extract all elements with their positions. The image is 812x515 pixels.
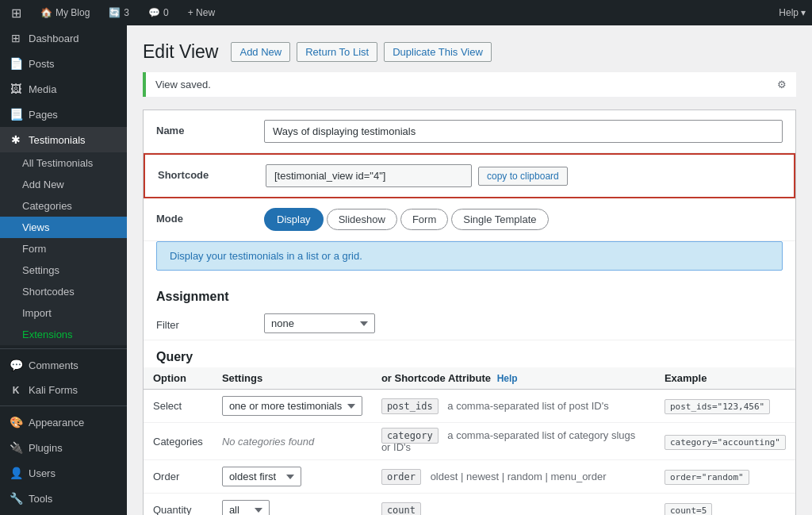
help-link[interactable]: Help	[497, 373, 518, 384]
mode-form-option[interactable]: Form	[400, 209, 448, 230]
row-quantity-shortcode: count	[372, 494, 655, 516]
query-section-header: Query	[144, 340, 795, 367]
filter-row: Filter none	[144, 307, 795, 340]
comments-count: 0	[163, 7, 169, 18]
page-header: Edit View Add New Return To List Duplica…	[143, 41, 796, 63]
settings-label: Settings	[22, 264, 59, 276]
duplicate-view-button[interactable]: Duplicate This View	[384, 42, 492, 62]
mode-display-option[interactable]: Display	[264, 208, 324, 231]
name-row: Name	[144, 110, 795, 153]
sidebar-item-kali-forms[interactable]: K Kali Forms	[0, 378, 127, 402]
row-categories-settings: No categories found	[213, 423, 372, 460]
sidebar-item-extensions[interactable]: Extensions	[0, 324, 127, 345]
table-row: Categories No categories found category …	[144, 423, 795, 460]
name-input[interactable]	[264, 120, 783, 143]
sidebar-item-testimonials[interactable]: ✱ Testimonials	[0, 127, 127, 152]
sidebar-item-media[interactable]: 🖼 Media	[0, 76, 127, 102]
row-quantity-example: count=5	[655, 494, 795, 516]
post-ids-badge: post_ids	[381, 398, 439, 414]
extensions-label: Extensions	[22, 329, 73, 340]
mode-single-template-option[interactable]: Single Template	[451, 209, 548, 230]
sidebar-item-comments[interactable]: 💬 Comments	[0, 352, 127, 378]
sidebar-item-shortcodes[interactable]: Shortcodes	[0, 281, 127, 302]
info-bar: Display your testimonials in a list or a…	[156, 241, 783, 271]
layout: ⊞ Dashboard 📄 Posts 🖼 Media 📃 Pages ✱ Te…	[0, 25, 812, 515]
row-select-option: Select	[144, 390, 213, 423]
sidebar-divider-1	[0, 348, 127, 349]
order-desc: oldest | newest | random | menu_order	[431, 471, 607, 482]
sidebar-label-testimonials: Testimonials	[29, 134, 86, 146]
order-select[interactable]: oldest first	[222, 467, 301, 486]
new-item[interactable]: + New	[183, 0, 220, 25]
assignment-section-header: Assignment	[144, 280, 795, 307]
updates-icon: 🔄	[109, 7, 121, 18]
return-to-list-button[interactable]: Return To List	[297, 42, 377, 62]
shortcodes-label: Shortcodes	[22, 286, 75, 298]
category-example: category="accounting"	[665, 435, 786, 450]
mode-label: Mode	[156, 208, 251, 225]
updates-item[interactable]: 🔄 3	[104, 0, 134, 25]
sidebar-item-dashboard[interactable]: ⊞ Dashboard	[0, 25, 127, 51]
pages-icon: 📃	[10, 108, 22, 121]
sidebar-item-users[interactable]: 👤 Users	[0, 460, 127, 486]
sidebar-item-add-new[interactable]: Add New	[0, 174, 127, 195]
wp-logo-icon: ⊞	[11, 6, 21, 21]
query-table-body: Select one or more testimonials post_ids…	[144, 390, 795, 516]
sidebar-item-categories[interactable]: Categories	[0, 195, 127, 217]
row-select-shortcode: post_ids a comma-separated list of post …	[372, 390, 655, 423]
add-new-label: Add New	[22, 179, 64, 190]
sidebar-item-tools[interactable]: 🔧 Tools	[0, 486, 127, 511]
sidebar-item-settings-main[interactable]: ⚙ Settings	[0, 511, 127, 515]
sidebar-item-posts[interactable]: 📄 Posts	[0, 51, 127, 76]
quantity-select[interactable]: all	[222, 500, 270, 515]
row-quantity-settings: all	[213, 494, 372, 516]
add-new-button[interactable]: Add New	[231, 42, 290, 62]
sidebar-item-form[interactable]: Form	[0, 238, 127, 259]
query-table-header-row: Option Settings or Shortcode Attribute H…	[144, 367, 795, 390]
kali-forms-icon: K	[10, 385, 22, 396]
row-select-settings: one or more testimonials	[213, 390, 372, 423]
row-order-shortcode: order oldest | newest | random | menu_or…	[372, 460, 655, 494]
count-example: count=5	[665, 503, 712, 515]
shortcode-input[interactable]	[266, 164, 472, 187]
testimonials-icon: ✱	[10, 133, 22, 146]
sidebar-item-appearance[interactable]: 🎨 Appearance	[0, 409, 127, 435]
query-table: Option Settings or Shortcode Attribute H…	[144, 367, 795, 515]
copy-to-clipboard-button[interactable]: copy to clipboard	[478, 167, 568, 186]
mode-slideshow-option[interactable]: Slideshow	[327, 209, 397, 230]
mode-form-label: Form	[412, 213, 436, 225]
row-order-option: Order	[144, 460, 213, 494]
new-label: + New	[188, 7, 215, 18]
col-shortcode-attr: or Shortcode Attribute Help	[372, 367, 655, 390]
shortcode-label: Shortcode	[158, 164, 253, 181]
sidebar-item-pages[interactable]: 📃 Pages	[0, 102, 127, 127]
site-name: My Blog	[56, 7, 90, 18]
table-row: Quantity all count count=5	[144, 494, 795, 516]
sidebar-item-import[interactable]: Import	[0, 302, 127, 324]
notice-bar: View saved. ⚙	[143, 72, 796, 97]
sidebar-label-kali-forms: Kali Forms	[29, 384, 78, 396]
table-row: Select one or more testimonials post_ids…	[144, 390, 795, 423]
site-name-item[interactable]: 🏠 My Blog	[36, 0, 94, 25]
col-example: Example	[655, 367, 795, 390]
sidebar-item-plugins[interactable]: 🔌 Plugins	[0, 435, 127, 460]
col-settings: Settings	[213, 367, 372, 390]
comments-item[interactable]: 💬 0	[144, 0, 174, 25]
help-button[interactable]: Help ▾	[779, 7, 806, 18]
mode-control: Display Slideshow Form Single Templ	[264, 208, 783, 231]
sidebar-item-all-testimonials[interactable]: All Testimonials	[0, 152, 127, 174]
all-testimonials-label: All Testimonials	[22, 157, 93, 169]
notice-gear-icon[interactable]: ⚙	[777, 79, 787, 90]
mode-single-template-label: Single Template	[463, 213, 536, 225]
order-example: order="random"	[665, 470, 749, 485]
filter-select[interactable]: none	[264, 313, 375, 333]
appearance-icon: 🎨	[10, 416, 22, 429]
row-categories-example: category="accounting"	[655, 423, 795, 460]
posts-icon: 📄	[10, 57, 22, 70]
select-testimonials-select[interactable]: one or more testimonials	[222, 396, 362, 416]
sidebar-item-views[interactable]: Views	[0, 217, 127, 238]
wp-logo-item[interactable]: ⊞	[6, 0, 26, 25]
sidebar-item-settings[interactable]: Settings	[0, 259, 127, 281]
tools-icon: 🔧	[10, 492, 22, 505]
sidebar-label-plugins: Plugins	[29, 442, 63, 454]
